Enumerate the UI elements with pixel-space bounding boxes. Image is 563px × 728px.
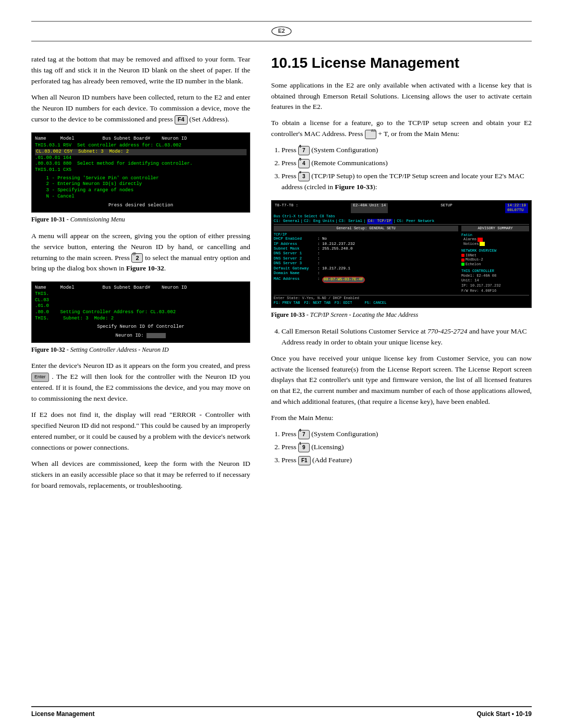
alt-key: Alt (365, 130, 376, 139)
key-6-7-b: 6 7 (298, 430, 310, 439)
left-para3: A menu will appear on the screen, giving… (31, 231, 250, 275)
main-content: rated tag at the bottom that may be remo… (31, 54, 532, 497)
fig33-caption: Figure 10-33 - TCP/IP Screen - Locating … (271, 310, 532, 320)
page-footer: License Management Quick Start • 10-19 (31, 706, 532, 718)
fig32-caption: Figure 10-32 - Setting Controller Addres… (31, 345, 250, 355)
svg-text:E2: E2 (278, 28, 285, 34)
step-m1: Press 6 7 (System Configuration) (282, 429, 532, 440)
steps-list-4: Call Emerson Retail Solutions Customer S… (282, 326, 532, 348)
key-1-9: 1 9 (298, 443, 310, 452)
key-f1: F1 (298, 456, 311, 465)
key-6-7: 6 7 (298, 146, 310, 155)
right-para1: Some applications in the E2 are only ava… (271, 80, 532, 113)
steps-list-1: Press 6 7 (System Configuration) Press 5… (282, 145, 532, 193)
e2-logo: E2 (271, 25, 292, 38)
left-column: rated tag at the bottom that may be remo… (31, 54, 250, 497)
step4-text: Call Emerson Retail Solutions Customer S… (282, 327, 527, 346)
top-bar: E2 (31, 21, 532, 42)
step-4: Call Emerson Retail Solutions Customer S… (282, 326, 532, 348)
left-para2: When all Neuron ID numbers have been col… (31, 92, 250, 125)
step-m2: Press 1 9 (Licensing) (282, 442, 532, 453)
step-m3: Press F1 (Add Feature) (282, 455, 532, 466)
key-5-4: 5 4 (298, 159, 310, 168)
right-para3: Once you have received your unique licen… (271, 353, 532, 408)
footer-right: Quick Start • 10-19 (476, 710, 532, 718)
f4-key: F4 (175, 115, 188, 125)
section-title: 10.15 License Management (271, 54, 532, 72)
key-2: @ 2 (131, 253, 143, 263)
figure-10-31: Name Model Bus Subnet Board# Neuron ID T… (31, 132, 250, 213)
page: E2 rated tag at the bottom that may be r… (0, 0, 563, 728)
figure-10-33: T8-T7-T8 : E2-40A Unit 14 SETUP 14:22:19… (271, 200, 532, 308)
left-para4: Enter the device's Neuron ID as it appea… (31, 361, 250, 404)
right-para2: To obtain a license for a feature, go to… (271, 118, 532, 140)
step-3: Press # 3 (TCP/IP Setup) to open the TCP… (282, 171, 532, 193)
left-para5: If E2 does not find it, the display will… (31, 410, 250, 453)
from-main-menu: From the Main Menu: (271, 413, 532, 424)
step-1: Press 6 7 (System Configuration) (282, 145, 532, 156)
footer-left: License Management (31, 710, 94, 718)
step-2: Press 5 4 (Remote Communications) (282, 158, 532, 169)
right-column: 10.15 License Management Some applicatio… (271, 54, 532, 497)
left-para6: When all devices are commissioned, keep … (31, 459, 250, 491)
enter-key: Enter (31, 373, 49, 382)
left-para1: rated tag at the bottom that may be remo… (31, 54, 250, 87)
fig31-caption: Figure 10-31 - Commissioning Menu (31, 215, 250, 225)
steps-list-2: Press 6 7 (System Configuration) Press 1… (282, 429, 532, 466)
figure-10-32: Name Model Bus Subnet Board# Neuron ID T… (31, 281, 250, 343)
key-hash-3: # 3 (298, 172, 310, 181)
